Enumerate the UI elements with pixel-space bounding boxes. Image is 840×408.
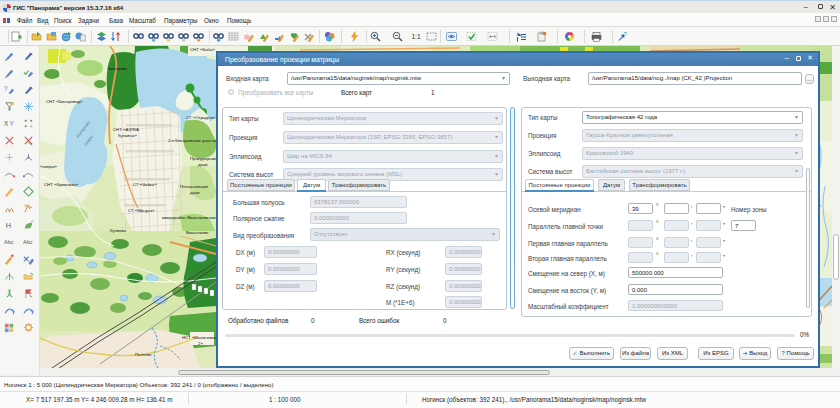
svg-text:Бисерово: Бисерово	[108, 66, 128, 71]
svg-text:H: H	[6, 221, 11, 230]
svg-text:Плехановские: Плехановские	[180, 184, 209, 189]
svg-text:СТ «Отрадное»: СТ «Отрадное»	[186, 115, 218, 120]
svg-text:микрорайон Вишняковские: микрорайон Вишняковские	[162, 215, 217, 220]
svg-text:СТ «Чайка»: СТ «Чайка»	[133, 182, 157, 187]
svg-text:Кутвова: Кутвова	[110, 228, 126, 233]
svg-text:Вишняково: Вишняково	[186, 230, 209, 235]
svg-text:СТ «Минуаз»: СТ «Минуаз»	[128, 208, 155, 213]
svg-text:?: ?	[4, 85, 8, 92]
svg-text:2»: 2»	[198, 341, 203, 346]
svg-text:?: ?	[624, 31, 628, 37]
svg-text:Abc: Abc	[4, 239, 14, 245]
svg-text:СНТ «Бисеровод»: СНТ «Бисеровод»	[46, 99, 83, 104]
svg-text:Купавна»: Купавна»	[118, 133, 137, 138]
svg-text:СНТ «АЗЛКА: СНТ «АЗЛКА	[113, 127, 139, 132]
svg-text:1:1: 1:1	[412, 33, 421, 40]
svg-text:2-я Бисеровские участки: 2-я Бисеровские участки	[168, 138, 218, 143]
svg-text:СНТ «Баба»: СНТ «Баба»	[190, 47, 215, 52]
svg-text:Прокурорские: Прокурорские	[190, 156, 218, 161]
svg-text:Полгево: Полгево	[135, 352, 152, 357]
svg-text:Abc: Abc	[23, 239, 33, 245]
svg-text:дачи: дачи	[198, 162, 208, 167]
svg-text:дачи: дачи	[190, 190, 200, 195]
svg-text:НСТ «Малиновка: НСТ «Малиновка	[182, 335, 217, 340]
svg-text:X: X	[4, 120, 9, 127]
svg-text:СНТ «Кримниза»: СНТ «Кримниза»	[44, 182, 79, 187]
svg-text:Y: Y	[10, 120, 15, 127]
svg-text:«озеры»: «озеры»	[40, 164, 58, 169]
